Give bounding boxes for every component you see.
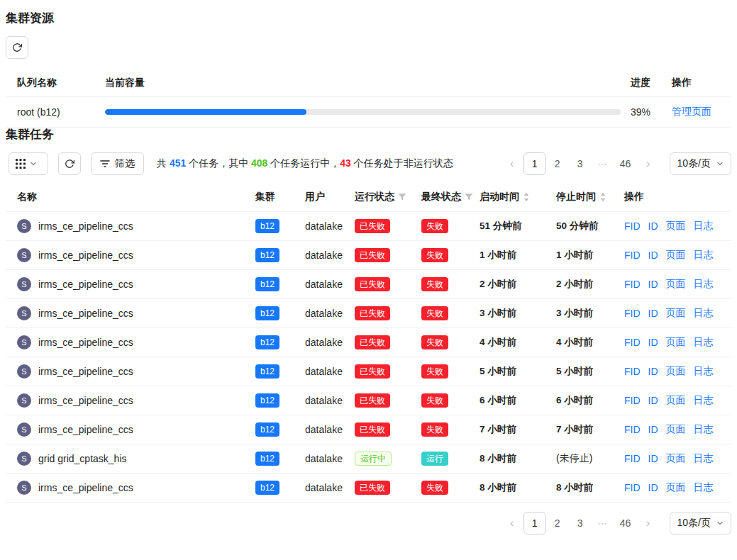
run-status-tag: 已失败 <box>355 306 390 320</box>
filter-lines-icon <box>100 159 110 169</box>
page-link[interactable]: 页面 <box>666 365 686 378</box>
id-link[interactable]: ID <box>648 424 658 435</box>
avatar: S <box>17 306 31 320</box>
cluster-cell: b12 <box>255 248 305 262</box>
final-status-cell: 运行 <box>421 452 480 466</box>
run-status-tag: 已失败 <box>355 422 390 437</box>
final-status-cell: 失败 <box>421 277 480 291</box>
fid-link[interactable]: FID <box>624 366 641 377</box>
page-link[interactable]: 页面 <box>666 452 686 465</box>
fid-link[interactable]: FID <box>624 482 641 493</box>
fid-link[interactable]: FID <box>624 279 641 290</box>
page-size-select[interactable]: 10条/页 <box>670 152 731 175</box>
header-operation: 操作 <box>619 191 731 203</box>
id-link[interactable]: ID <box>648 395 658 406</box>
final-status-cell: 失败 <box>421 306 480 320</box>
id-link[interactable]: ID <box>648 279 658 290</box>
user-cell: datalake <box>305 482 355 493</box>
log-link[interactable]: 日志 <box>694 278 714 291</box>
final-status-tag: 失败 <box>421 393 448 408</box>
final-status-cell: 失败 <box>421 219 480 233</box>
fid-link[interactable]: FID <box>624 250 641 261</box>
page-link[interactable]: 页面 <box>666 249 686 262</box>
id-link[interactable]: ID <box>648 453 658 464</box>
page-button-1[interactable]: 1 <box>523 152 546 175</box>
filter-icon[interactable] <box>465 193 473 201</box>
log-link[interactable]: 日志 <box>694 249 714 262</box>
final-status-tag: 失败 <box>421 248 448 262</box>
page-link[interactable]: 页面 <box>666 220 686 233</box>
manage-page-link[interactable]: 管理页面 <box>672 106 711 117</box>
page-ellipsis[interactable]: ⋯ <box>592 512 614 534</box>
log-link[interactable]: 日志 <box>694 394 714 407</box>
cluster-cell: b12 <box>255 422 305 437</box>
next-page-button[interactable]: › <box>637 512 660 534</box>
page-button-2[interactable]: 2 <box>546 512 569 534</box>
page-button-46[interactable]: 46 <box>614 152 637 175</box>
next-page-button[interactable]: › <box>637 152 660 175</box>
filter-button[interactable]: 筛选 <box>91 152 144 175</box>
page-link[interactable]: 页面 <box>666 307 686 320</box>
cluster-cell: b12 <box>255 277 305 291</box>
stop-time: 2 小时前 <box>556 279 593 289</box>
prev-page-button[interactable]: ‹ <box>501 512 523 534</box>
run-status-cell: 已失败 <box>355 277 421 291</box>
page-button-46[interactable]: 46 <box>614 512 637 534</box>
filter-icon[interactable] <box>398 193 406 201</box>
table-row: S irms_ce_pipeline_ccs b12 datalake 已失败 … <box>6 386 731 415</box>
log-link[interactable]: 日志 <box>694 365 714 378</box>
page-link[interactable]: 页面 <box>666 423 686 436</box>
start-time-cell: 4 小时前 <box>480 336 556 349</box>
running-count: 408 <box>251 157 267 169</box>
page-button-3[interactable]: 3 <box>569 512 592 534</box>
page-ellipsis[interactable]: ⋯ <box>592 152 614 175</box>
column-settings-button[interactable] <box>9 152 48 175</box>
sorter-icon[interactable] <box>523 192 530 202</box>
id-link[interactable]: ID <box>648 337 658 348</box>
avatar: S <box>17 364 31 379</box>
run-status-tag: 已失败 <box>355 481 390 495</box>
id-link[interactable]: ID <box>648 220 658 232</box>
fid-link[interactable]: FID <box>624 220 641 232</box>
id-link[interactable]: ID <box>648 366 658 377</box>
id-link[interactable]: ID <box>648 308 658 319</box>
run-status-tag: 已失败 <box>355 277 390 291</box>
final-status-tag: 失败 <box>421 422 448 437</box>
page-size-select[interactable]: 10条/页 <box>670 512 731 534</box>
run-status-cell: 已失败 <box>355 481 421 495</box>
name-cell: S irms_ce_pipeline_ccs <box>6 306 255 320</box>
stop-time-cell: (未停止) <box>556 452 619 465</box>
page-button-1[interactable]: 1 <box>523 512 546 534</box>
final-status-tag: 运行 <box>421 452 448 466</box>
page-button-3[interactable]: 3 <box>569 152 592 175</box>
fid-link[interactable]: FID <box>624 395 641 406</box>
log-link[interactable]: 日志 <box>694 452 714 465</box>
fid-link[interactable]: FID <box>624 453 641 464</box>
task-name: irms_ce_pipeline_ccs <box>38 279 133 290</box>
fid-link[interactable]: FID <box>624 424 641 435</box>
log-link[interactable]: 日志 <box>694 481 714 494</box>
log-link[interactable]: 日志 <box>694 423 714 436</box>
id-link[interactable]: ID <box>648 482 658 493</box>
avatar: S <box>17 248 31 262</box>
page-button-2[interactable]: 2 <box>546 152 569 175</box>
tasks-refresh-button[interactable] <box>58 152 81 175</box>
id-link[interactable]: ID <box>648 250 658 261</box>
header-stop-time-label: 停止时间 <box>556 191 596 203</box>
page-link[interactable]: 页面 <box>666 394 686 407</box>
page-link[interactable]: 页面 <box>666 336 686 349</box>
progress-bar-fill <box>105 109 306 115</box>
page-link[interactable]: 页面 <box>666 481 686 494</box>
fid-link[interactable]: FID <box>624 337 641 348</box>
prev-page-button[interactable]: ‹ <box>501 152 523 175</box>
log-link[interactable]: 日志 <box>694 220 714 233</box>
final-status-tag: 失败 <box>421 481 448 495</box>
table-row: S irms_ce_pipeline_ccs b12 datalake 已失败 … <box>6 299 731 328</box>
sorter-icon[interactable] <box>599 192 606 202</box>
resources-refresh-button[interactable] <box>6 36 28 59</box>
log-link[interactable]: 日志 <box>694 307 714 320</box>
log-link[interactable]: 日志 <box>694 336 714 349</box>
fid-link[interactable]: FID <box>624 308 641 319</box>
page-link[interactable]: 页面 <box>666 278 686 291</box>
task-name: irms_ce_pipeline_ccs <box>38 482 133 493</box>
